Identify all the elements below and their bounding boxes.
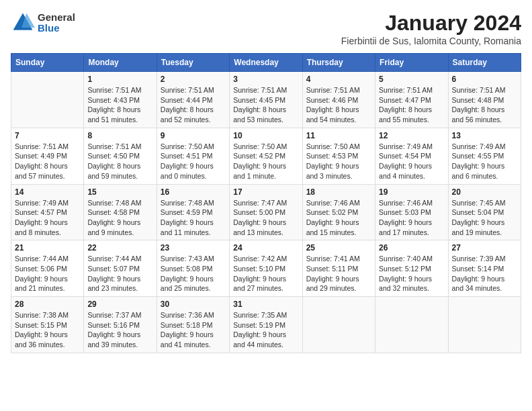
weekday-header: Tuesday — [157, 54, 229, 72]
page-title: January 2024 — [341, 11, 521, 36]
weekday-header: Sunday — [11, 54, 84, 72]
calendar-week-row: 14Sunrise: 7:49 AMSunset: 4:57 PMDayligh… — [11, 184, 521, 240]
day-info: Sunrise: 7:46 AMSunset: 5:03 PMDaylight:… — [379, 198, 444, 238]
calendar-cell: 14Sunrise: 7:49 AMSunset: 4:57 PMDayligh… — [11, 184, 84, 240]
day-info: Sunrise: 7:43 AMSunset: 5:08 PMDaylight:… — [161, 254, 226, 293]
day-info: Sunrise: 7:40 AMSunset: 5:12 PMDaylight:… — [379, 254, 444, 293]
logo-blue: Blue — [38, 23, 75, 34]
calendar-cell: 28Sunrise: 7:38 AMSunset: 5:15 PMDayligh… — [11, 297, 84, 353]
day-number: 3 — [233, 75, 298, 84]
day-info: Sunrise: 7:45 AMSunset: 5:04 PMDaylight:… — [452, 198, 517, 238]
day-info: Sunrise: 7:46 AMSunset: 5:02 PMDaylight:… — [306, 198, 371, 238]
day-info: Sunrise: 7:51 AMSunset: 4:49 PMDaylight:… — [15, 142, 80, 181]
calendar-cell: 20Sunrise: 7:45 AMSunset: 5:04 PMDayligh… — [448, 184, 521, 240]
calendar-cell — [11, 72, 84, 128]
day-info: Sunrise: 7:50 AMSunset: 4:52 PMDaylight:… — [233, 142, 298, 181]
calendar-cell: 31Sunrise: 7:35 AMSunset: 5:19 PMDayligh… — [230, 297, 302, 353]
calendar-cell: 9Sunrise: 7:50 AMSunset: 4:51 PMDaylight… — [157, 128, 229, 184]
calendar-cell: 16Sunrise: 7:48 AMSunset: 4:59 PMDayligh… — [157, 184, 229, 240]
day-number: 11 — [306, 131, 371, 140]
day-number: 14 — [15, 187, 80, 197]
calendar-cell: 6Sunrise: 7:51 AMSunset: 4:48 PMDaylight… — [448, 72, 521, 128]
calendar-table: SundayMondayTuesdayWednesdayThursdayFrid… — [11, 53, 521, 353]
calendar-cell — [302, 297, 375, 353]
day-number: 19 — [379, 187, 444, 197]
calendar-cell: 2Sunrise: 7:51 AMSunset: 4:44 PMDaylight… — [157, 72, 229, 128]
day-info: Sunrise: 7:36 AMSunset: 5:18 PMDaylight:… — [161, 310, 226, 350]
day-number: 22 — [87, 243, 152, 253]
calendar-cell: 3Sunrise: 7:51 AMSunset: 4:45 PMDaylight… — [230, 72, 302, 128]
calendar-cell: 24Sunrise: 7:42 AMSunset: 5:10 PMDayligh… — [230, 240, 302, 297]
calendar-cell: 19Sunrise: 7:46 AMSunset: 5:03 PMDayligh… — [375, 184, 448, 240]
calendar-cell — [375, 297, 448, 353]
calendar-cell: 7Sunrise: 7:51 AMSunset: 4:49 PMDaylight… — [11, 128, 84, 184]
day-number: 16 — [161, 187, 226, 197]
calendar-cell: 30Sunrise: 7:36 AMSunset: 5:18 PMDayligh… — [157, 297, 229, 353]
day-number: 29 — [87, 300, 152, 309]
calendar-week-row: 28Sunrise: 7:38 AMSunset: 5:15 PMDayligh… — [11, 297, 521, 353]
day-info: Sunrise: 7:51 AMSunset: 4:50 PMDaylight:… — [87, 142, 152, 181]
logo-text: General Blue — [38, 12, 75, 34]
day-info: Sunrise: 7:42 AMSunset: 5:10 PMDaylight:… — [233, 254, 298, 293]
day-info: Sunrise: 7:44 AMSunset: 5:06 PMDaylight:… — [15, 254, 80, 293]
day-number: 5 — [379, 75, 444, 84]
calendar-cell: 11Sunrise: 7:50 AMSunset: 4:53 PMDayligh… — [302, 128, 375, 184]
day-number: 18 — [306, 187, 371, 197]
calendar-cell: 12Sunrise: 7:49 AMSunset: 4:54 PMDayligh… — [375, 128, 448, 184]
weekday-header: Friday — [375, 54, 448, 72]
calendar-cell: 26Sunrise: 7:40 AMSunset: 5:12 PMDayligh… — [375, 240, 448, 297]
day-info: Sunrise: 7:51 AMSunset: 4:45 PMDaylight:… — [233, 85, 298, 125]
day-number: 20 — [452, 187, 517, 197]
day-info: Sunrise: 7:35 AMSunset: 5:19 PMDaylight:… — [233, 310, 298, 350]
day-number: 31 — [233, 300, 298, 309]
calendar-week-row: 7Sunrise: 7:51 AMSunset: 4:49 PMDaylight… — [11, 128, 521, 184]
day-number: 28 — [15, 300, 80, 309]
calendar-cell: 22Sunrise: 7:44 AMSunset: 5:07 PMDayligh… — [84, 240, 157, 297]
calendar-week-row: 21Sunrise: 7:44 AMSunset: 5:06 PMDayligh… — [11, 240, 521, 297]
day-number: 30 — [161, 300, 226, 309]
day-number: 15 — [87, 187, 152, 197]
page-subtitle: Fierbintii de Sus, Ialomita County, Roma… — [341, 36, 521, 46]
day-number: 10 — [233, 131, 298, 140]
calendar-cell: 21Sunrise: 7:44 AMSunset: 5:06 PMDayligh… — [11, 240, 84, 297]
day-info: Sunrise: 7:49 AMSunset: 4:55 PMDaylight:… — [452, 142, 517, 181]
calendar-cell: 25Sunrise: 7:41 AMSunset: 5:11 PMDayligh… — [302, 240, 375, 297]
day-number: 12 — [379, 131, 444, 140]
calendar-header: SundayMondayTuesdayWednesdayThursdayFrid… — [11, 54, 521, 72]
day-info: Sunrise: 7:51 AMSunset: 4:47 PMDaylight:… — [379, 85, 444, 125]
calendar-cell: 18Sunrise: 7:46 AMSunset: 5:02 PMDayligh… — [302, 184, 375, 240]
weekday-header: Wednesday — [230, 54, 302, 72]
calendar-cell: 4Sunrise: 7:51 AMSunset: 4:46 PMDaylight… — [302, 72, 375, 128]
day-info: Sunrise: 7:48 AMSunset: 4:59 PMDaylight:… — [161, 198, 226, 238]
weekday-row: SundayMondayTuesdayWednesdayThursdayFrid… — [11, 54, 521, 72]
day-number: 17 — [233, 187, 298, 197]
logo-icon — [11, 11, 35, 35]
day-number: 24 — [233, 243, 298, 253]
calendar-cell — [448, 297, 521, 353]
page-header: General Blue January 2024 Fierbintii de … — [11, 11, 521, 46]
day-info: Sunrise: 7:38 AMSunset: 5:15 PMDaylight:… — [15, 310, 80, 350]
calendar-cell: 5Sunrise: 7:51 AMSunset: 4:47 PMDaylight… — [375, 72, 448, 128]
day-info: Sunrise: 7:49 AMSunset: 4:54 PMDaylight:… — [379, 142, 444, 181]
weekday-header: Thursday — [302, 54, 375, 72]
calendar-cell: 29Sunrise: 7:37 AMSunset: 5:16 PMDayligh… — [84, 297, 157, 353]
day-number: 2 — [161, 75, 226, 84]
logo-general: General — [38, 12, 75, 24]
day-info: Sunrise: 7:51 AMSunset: 4:43 PMDaylight:… — [87, 85, 152, 125]
calendar-cell: 13Sunrise: 7:49 AMSunset: 4:55 PMDayligh… — [448, 128, 521, 184]
day-info: Sunrise: 7:51 AMSunset: 4:48 PMDaylight:… — [452, 85, 517, 125]
day-info: Sunrise: 7:50 AMSunset: 4:51 PMDaylight:… — [161, 142, 226, 181]
day-number: 6 — [452, 75, 517, 84]
day-info: Sunrise: 7:41 AMSunset: 5:11 PMDaylight:… — [306, 254, 371, 293]
day-number: 1 — [87, 75, 152, 84]
calendar-cell: 8Sunrise: 7:51 AMSunset: 4:50 PMDaylight… — [84, 128, 157, 184]
day-info: Sunrise: 7:47 AMSunset: 5:00 PMDaylight:… — [233, 198, 298, 238]
day-number: 9 — [161, 131, 226, 140]
calendar-cell: 15Sunrise: 7:48 AMSunset: 4:58 PMDayligh… — [84, 184, 157, 240]
calendar-cell: 17Sunrise: 7:47 AMSunset: 5:00 PMDayligh… — [230, 184, 302, 240]
day-info: Sunrise: 7:51 AMSunset: 4:44 PMDaylight:… — [161, 85, 226, 125]
calendar-cell: 23Sunrise: 7:43 AMSunset: 5:08 PMDayligh… — [157, 240, 229, 297]
day-info: Sunrise: 7:48 AMSunset: 4:58 PMDaylight:… — [87, 198, 152, 238]
day-info: Sunrise: 7:49 AMSunset: 4:57 PMDaylight:… — [15, 198, 80, 238]
day-number: 4 — [306, 75, 371, 84]
